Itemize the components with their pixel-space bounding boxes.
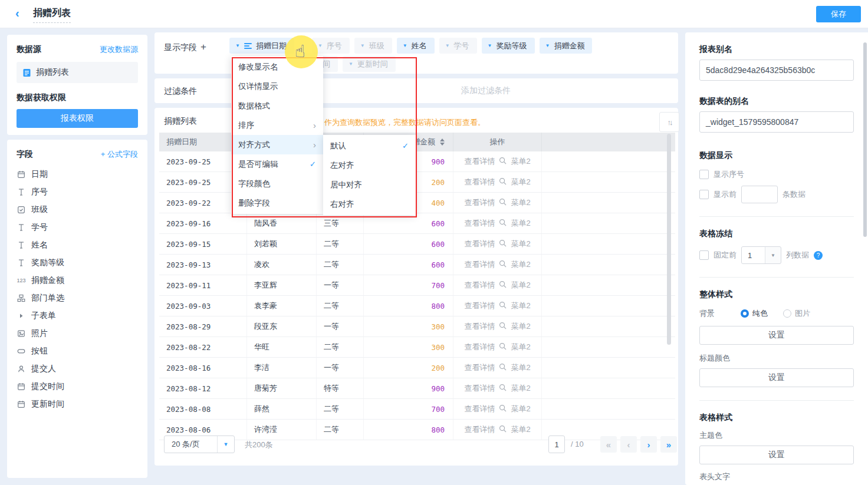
search-icon[interactable] [499, 301, 507, 311]
first-page-button[interactable]: « [600, 436, 617, 453]
view-detail-link[interactable]: 查看详情 [464, 259, 495, 270]
view-detail-link[interactable]: 查看详情 [464, 218, 495, 229]
menu2-link[interactable]: 菜单2 [511, 156, 530, 167]
sort-order-icon[interactable]: ↑↓ [659, 112, 679, 132]
view-detail-link[interactable]: 查看详情 [464, 342, 495, 352]
view-detail-link[interactable]: 查看详情 [464, 301, 495, 311]
field-item-部门单选[interactable]: 部门单选 [17, 289, 138, 307]
search-icon[interactable] [499, 281, 507, 290]
field-item-更新时间[interactable]: 更新时间 [17, 395, 138, 413]
display-field-chip-捐赠金额[interactable]: ▼捐赠金额 [540, 38, 593, 54]
view-detail-link[interactable]: 查看详情 [464, 424, 495, 435]
menu2-link[interactable]: 菜单2 [511, 424, 530, 435]
display-field-chip-序号[interactable]: ▼序号 [312, 38, 350, 54]
menu2-link[interactable]: 菜单2 [511, 301, 530, 311]
title-color-setting-button[interactable]: 设置 [699, 368, 854, 387]
field-item-日期[interactable]: 日期 [17, 166, 138, 183]
view-detail-link[interactable]: 查看详情 [464, 404, 495, 414]
menu-item-删除字段[interactable]: 删除字段 [231, 193, 323, 213]
display-field-chip-更新时间[interactable]: ▼更新时间 [343, 56, 396, 72]
menu-item-居中对齐[interactable]: 居中对齐 [323, 175, 416, 194]
field-item-班级[interactable]: 班级 [17, 201, 138, 219]
view-detail-link[interactable]: 查看详情 [464, 280, 495, 291]
search-icon[interactable] [499, 219, 507, 228]
field-item-按钮[interactable]: 按钮 [17, 342, 138, 360]
menu-item-排序[interactable]: 排序› [231, 116, 323, 135]
view-detail-link[interactable]: 查看详情 [464, 177, 495, 187]
menu-item-仅详情显示[interactable]: 仅详情显示 [231, 77, 323, 96]
add-field-button[interactable]: + [200, 41, 206, 52]
menu2-link[interactable]: 菜单2 [511, 218, 530, 229]
save-button[interactable]: 保存 [816, 6, 861, 22]
menu-item-是否可编辑[interactable]: 是否可编辑✓ [231, 154, 323, 174]
menu2-link[interactable]: 菜单2 [511, 259, 530, 270]
table-scrollbar[interactable] [667, 134, 671, 431]
field-item-照片[interactable]: 照片 [17, 325, 138, 342]
next-page-button[interactable]: › [640, 436, 657, 453]
page-size-select[interactable]: 20 条/页 ▼ [164, 435, 235, 453]
back-icon[interactable]: ‹ [15, 6, 19, 20]
show-first-checkbox[interactable] [699, 190, 709, 199]
search-icon[interactable] [499, 177, 507, 187]
settings-scrollbar[interactable] [863, 42, 867, 237]
formula-field-link[interactable]: + 公式字段 [101, 149, 138, 160]
fix-first-checkbox[interactable] [699, 250, 709, 260]
field-item-姓名[interactable]: 姓名 [17, 236, 138, 254]
search-icon[interactable] [499, 342, 507, 352]
prev-page-button[interactable]: ‹ [620, 436, 637, 453]
menu-item-对齐方式[interactable]: 对齐方式› [231, 135, 323, 154]
show-index-checkbox[interactable] [699, 170, 709, 179]
menu-item-右对齐[interactable]: 右对齐 [323, 194, 416, 214]
menu-item-数据格式[interactable]: 数据格式 [231, 96, 323, 116]
search-icon[interactable] [499, 363, 507, 372]
view-detail-link[interactable]: 查看详情 [464, 321, 495, 332]
display-field-chip-姓名[interactable]: ▼姓名 [397, 38, 435, 54]
view-detail-link[interactable]: 查看详情 [464, 383, 495, 394]
sort-carets-icon[interactable] [440, 138, 445, 146]
menu2-link[interactable]: 菜单2 [511, 362, 530, 373]
search-icon[interactable] [499, 384, 507, 393]
menu-item-字段颜色[interactable]: 字段颜色 [231, 174, 323, 193]
display-field-chip-捐赠日期[interactable]: ▼捐赠日期 [229, 38, 294, 54]
show-first-count-input[interactable] [741, 186, 778, 203]
menu-item-左对齐[interactable]: 左对齐 [323, 156, 416, 175]
menu2-link[interactable]: 菜单2 [511, 342, 530, 352]
table-alias-input[interactable]: _widget_1579595800847 [699, 111, 854, 133]
help-icon[interactable]: ? [814, 251, 823, 260]
background-setting-button[interactable]: 设置 [699, 326, 854, 345]
menu2-link[interactable]: 菜单2 [511, 197, 530, 208]
search-icon[interactable] [499, 322, 507, 331]
search-icon[interactable] [499, 198, 507, 207]
field-item-奖励等级[interactable]: 奖励等级 [17, 254, 138, 272]
image-radio[interactable] [783, 309, 791, 318]
menu-item-修改显示名[interactable]: 修改显示名 [231, 57, 323, 77]
display-field-chip-奖励等级[interactable]: ▼奖励等级 [482, 38, 535, 54]
search-icon[interactable] [499, 157, 507, 166]
filter-condition-input[interactable]: 添加过滤条件 [283, 78, 666, 103]
field-item-提交时间[interactable]: 提交时间 [17, 378, 138, 395]
view-detail-link[interactable]: 查看详情 [464, 156, 495, 167]
search-icon[interactable] [499, 425, 507, 434]
menu-item-默认[interactable]: 默认✓ [323, 136, 416, 156]
view-detail-link[interactable]: 查看详情 [464, 197, 495, 208]
report-alias-input[interactable]: 5dac8d29e4a264325b563b0c [699, 60, 854, 81]
theme-color-setting-button[interactable]: 设置 [699, 446, 854, 464]
menu2-link[interactable]: 菜单2 [511, 239, 530, 249]
change-datasource-link[interactable]: 更改数据源 [100, 44, 138, 55]
field-item-提交人[interactable]: 提交人 [17, 360, 138, 378]
menu2-link[interactable]: 菜单2 [511, 383, 530, 394]
menu2-link[interactable]: 菜单2 [511, 177, 530, 187]
menu2-link[interactable]: 菜单2 [511, 280, 530, 291]
display-field-chip-班级[interactable]: ▼班级 [354, 38, 392, 54]
display-field-chip-学号[interactable]: ▼学号 [439, 38, 477, 54]
field-item-捐赠金额[interactable]: 123捐赠金额 [17, 272, 138, 289]
view-detail-link[interactable]: 查看详情 [464, 362, 495, 373]
search-icon[interactable] [499, 404, 507, 414]
menu2-link[interactable]: 菜单2 [511, 321, 530, 332]
search-icon[interactable] [499, 239, 507, 249]
report-permission-button[interactable]: 报表权限 [17, 109, 138, 128]
page-number-input[interactable]: 1 [548, 435, 565, 453]
field-item-学号[interactable]: 学号 [17, 219, 138, 236]
last-page-button[interactable]: » [660, 436, 677, 453]
view-detail-link[interactable]: 查看详情 [464, 239, 495, 249]
